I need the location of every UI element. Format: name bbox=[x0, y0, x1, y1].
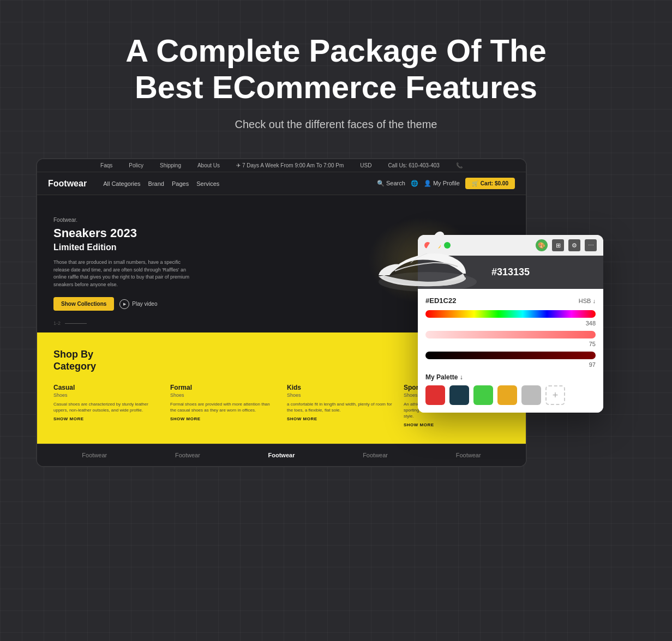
footer-nav: Footwear Footwear Footwear Footwear Foot… bbox=[37, 444, 526, 466]
swatch-4[interactable] bbox=[521, 385, 541, 405]
play-icon: ▶ bbox=[119, 299, 129, 309]
category-item-casual: Casual Shoes Casual shoes are characteri… bbox=[53, 384, 159, 428]
play-video-button[interactable]: ▶ Play video bbox=[119, 299, 157, 309]
picker-icon-more[interactable]: ⋯ bbox=[585, 239, 597, 251]
category-item-formal: Formal Shoes Formal shoes are provided w… bbox=[170, 384, 276, 428]
saturation-value: 75 bbox=[425, 341, 596, 347]
nav-links: All Categories Brand Pages Services bbox=[103, 180, 219, 187]
nav-services[interactable]: Services bbox=[196, 180, 219, 187]
topbar-link-about[interactable]: About Us bbox=[197, 162, 220, 168]
picker-mode[interactable]: HSB ↓ bbox=[579, 298, 596, 304]
picker-icon-palette[interactable]: 🎨 bbox=[536, 239, 548, 251]
nav-bar: Footwear All Categories Brand Pages Serv… bbox=[37, 172, 526, 195]
swatch-0[interactable] bbox=[425, 385, 445, 405]
site-mockup: Faqs Policy Shipping About Us ✈ 7 Days A… bbox=[37, 159, 526, 466]
brightness-slider-wrap: 97 bbox=[425, 352, 596, 368]
topbar-link-policy[interactable]: Policy bbox=[129, 162, 143, 168]
footer-tab-3[interactable]: Footwear bbox=[363, 452, 388, 458]
footer-tab-4[interactable]: Footwear bbox=[456, 452, 481, 458]
hero-eyebrow: Footwear. bbox=[53, 217, 195, 223]
topbar-phone: Call Us: 610-403-403 bbox=[388, 162, 440, 168]
swatch-3[interactable] bbox=[497, 385, 517, 405]
pagination-line bbox=[65, 323, 87, 324]
add-swatch-button[interactable]: + bbox=[545, 385, 565, 405]
page-title: A Complete Package Of The Best ECommerce… bbox=[91, 33, 581, 105]
show-collections-button[interactable]: Show Collections bbox=[53, 297, 114, 311]
footer-tab-0[interactable]: Footwear bbox=[82, 452, 107, 458]
brightness-value: 97 bbox=[425, 361, 596, 368]
saturation-slider-wrap: 75 bbox=[425, 331, 596, 347]
content-area: Faqs Policy Shipping About Us ✈ 7 Days A… bbox=[36, 158, 636, 467]
nav-logo[interactable]: Footwear bbox=[48, 179, 87, 189]
picker-toolbar-icons: 🎨 ⊞ ⚙ ⋯ bbox=[536, 239, 597, 251]
nav-all-categories[interactable]: All Categories bbox=[103, 180, 140, 187]
swatch-1[interactable] bbox=[449, 385, 469, 405]
hero-title: Sneakers 2023 bbox=[53, 226, 195, 240]
saturation-slider[interactable] bbox=[425, 331, 596, 338]
category-title: Shop By Category bbox=[53, 349, 96, 372]
page-subtitle: Check out the different faces of the the… bbox=[235, 118, 437, 131]
browser-window: Faqs Policy Shipping About Us ✈ 7 Days A… bbox=[36, 158, 527, 467]
profile-link[interactable]: 👤 My Profile bbox=[424, 180, 460, 187]
nav-pages[interactable]: Pages bbox=[172, 180, 189, 187]
shoe-image bbox=[357, 205, 488, 316]
picker-icon-settings[interactable]: ⚙ bbox=[568, 239, 580, 251]
language-icon[interactable]: 🌐 bbox=[411, 180, 418, 187]
hero-content: Footwear. Sneakers 2023 Limited Edition … bbox=[53, 217, 195, 311]
topbar-link-shipping[interactable]: Shipping bbox=[160, 162, 181, 168]
topbar-phone-icon: 📞 bbox=[456, 162, 463, 168]
swatch-2[interactable] bbox=[473, 385, 493, 405]
topbar-currency[interactable]: USD bbox=[360, 162, 371, 168]
nav-right: 🔍 Search 🌐 👤 My Profile 🛒 Cart: $0.00 bbox=[377, 178, 515, 189]
cart-button[interactable]: 🛒 Cart: $0.00 bbox=[465, 178, 515, 189]
palette-swatches: + bbox=[425, 385, 596, 405]
nav-brand[interactable]: Brand bbox=[148, 180, 164, 187]
topbar-link-faqs[interactable]: Faqs bbox=[100, 162, 112, 168]
category-item-kids: Kids Shoes a comfortable fit in length a… bbox=[287, 384, 393, 428]
hero-image bbox=[351, 201, 493, 320]
hero-buttons: Show Collections ▶ Play video bbox=[53, 297, 195, 311]
palette-label: My Palette ↓ bbox=[425, 373, 596, 381]
brightness-slider[interactable] bbox=[425, 352, 596, 359]
picker-icon-layers[interactable]: ⊞ bbox=[552, 239, 564, 251]
top-bar: Faqs Policy Shipping About Us ✈ 7 Days A… bbox=[37, 159, 526, 172]
hero-description: Those that are produced in small numbers… bbox=[53, 259, 195, 288]
search-link[interactable]: 🔍 Search bbox=[377, 180, 405, 187]
footer-tab-1[interactable]: Footwear bbox=[175, 452, 200, 458]
footer-tab-2[interactable]: Footwear bbox=[268, 452, 295, 458]
topbar-support: ✈ 7 Days A Week From 9:00 Am To 7:00 Pm bbox=[236, 162, 344, 168]
hue-value: 348 bbox=[425, 320, 596, 326]
hero-section: Footwear. Sneakers 2023 Limited Edition … bbox=[37, 195, 526, 332]
hero-subtitle: Limited Edition bbox=[53, 243, 195, 252]
hero-pagination: 1-2 bbox=[53, 320, 87, 326]
